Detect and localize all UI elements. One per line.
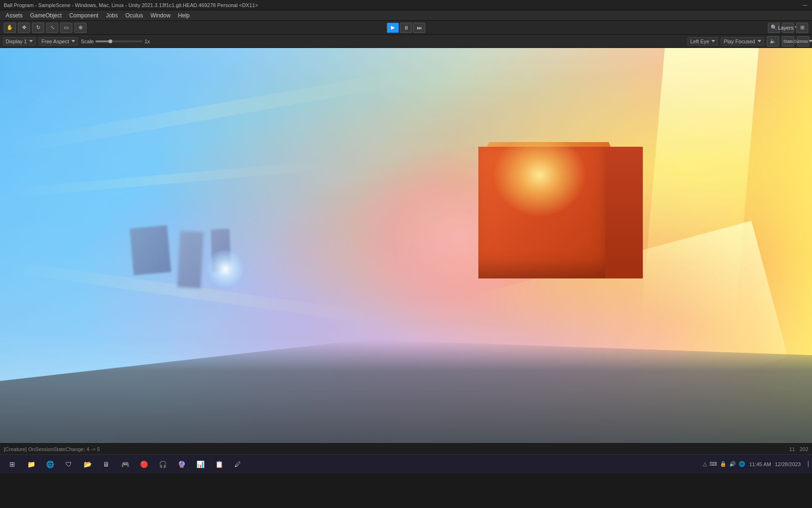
start-button[interactable]: ⊞: [4, 457, 21, 472]
taskbar-browser[interactable]: 🌐: [41, 457, 58, 472]
year-display: 202: [800, 446, 808, 452]
menu-bar: Assets GameObject Component Jobs Oculus …: [0, 10, 812, 21]
aspect-selector[interactable]: Free Aspect: [39, 37, 78, 46]
taskbar-app2[interactable]: 🖊: [229, 457, 246, 472]
toolbar-playback-controls: ▶ ⏸ ⏭: [387, 23, 425, 33]
gizmos-chevron-icon: [809, 40, 812, 42]
menu-gameobject[interactable]: GameObject: [26, 11, 65, 20]
status-right: 11 202: [789, 446, 808, 452]
taskbar-folder[interactable]: 📂: [79, 457, 96, 472]
rotate-tool-button[interactable]: ↻: [32, 23, 44, 33]
tray-icon-4[interactable]: 🔊: [729, 461, 736, 467]
menu-window[interactable]: Window: [147, 11, 174, 20]
cube-right-face: [605, 147, 643, 278]
toolbar-right-tools: 🔍 Layers ⊞: [768, 23, 808, 33]
status-bar: [Creature] OnSessionStateChange: 4 -> 5 …: [0, 443, 812, 454]
scale-handle[interactable]: [109, 40, 112, 43]
menu-jobs[interactable]: Jobs: [102, 11, 121, 20]
taskbar-system-tray: △ ⌨ 🔒 🔊 🌐 11:45 AM 12/28/2023 ▕: [703, 461, 808, 467]
taskbar: ⊞ 📁 🌐 🛡 📂 🖥 🎮 🔴 🎧 🔮 📊 📋 🖊 △ ⌨ 🔒 🔊 🌐 11:4…: [0, 454, 812, 473]
game-toolbar-right: Left Eye Play Focused 🔈 Stats Gizmos: [687, 36, 809, 47]
menu-help[interactable]: Help: [174, 11, 194, 20]
date: 12/28/2023: [775, 461, 801, 467]
window-title: Ball Program - SampleScene - Windows, Ma…: [4, 2, 802, 8]
play-focused-chevron-icon: [757, 40, 761, 42]
hand-tool-button[interactable]: ✋: [4, 23, 16, 33]
menu-assets[interactable]: Assets: [2, 11, 26, 20]
scale-tool-button[interactable]: ⤡: [46, 23, 58, 33]
play-button[interactable]: ▶: [387, 23, 399, 33]
step-button[interactable]: ⏭: [413, 23, 425, 33]
taskbar-game2[interactable]: 🔴: [135, 457, 152, 472]
play-focused-button[interactable]: Play Focused: [721, 37, 764, 46]
main-toolbar: ✋ ✥ ↻ ⤡ ▭ ⊕ ▶ ⏸ ⏭ 🔍 Layers ⊞: [0, 21, 812, 35]
taskbar-app[interactable]: 📋: [211, 457, 227, 472]
taskbar-files[interactable]: 📁: [23, 457, 39, 472]
pause-button[interactable]: ⏸: [400, 23, 412, 33]
menu-oculus[interactable]: Oculus: [122, 11, 147, 20]
glow-orb: [207, 250, 244, 288]
taskbar-headset[interactable]: 🎧: [154, 457, 171, 472]
fps-display: 11: [789, 446, 795, 452]
small-block-2: [177, 231, 203, 288]
display-selector[interactable]: Display 1: [3, 37, 36, 46]
scale-control[interactable]: Scale 1x: [81, 39, 150, 44]
move-tool-button[interactable]: ✥: [18, 23, 30, 33]
gizmos-button[interactable]: Gizmos: [797, 36, 809, 47]
eye-chevron-icon: [711, 40, 715, 42]
left-eye-selector[interactable]: Left Eye: [687, 37, 718, 46]
aspect-chevron-icon: [71, 40, 75, 42]
toolbar-left-tools: ✋ ✥ ↻ ⤡ ▭ ⊕: [4, 23, 86, 33]
game-toolbar: Display 1 Free Aspect Scale 1x Left Eye …: [0, 35, 812, 48]
scale-fill: [95, 40, 109, 42]
tray-icon-1[interactable]: △: [703, 461, 707, 467]
cube-highlight: [492, 133, 586, 217]
stats-button[interactable]: Stats: [782, 36, 794, 47]
menu-component[interactable]: Component: [65, 11, 102, 20]
system-tray-icons: △ ⌨ 🔒 🔊 🌐: [703, 461, 745, 467]
orange-cube: [464, 109, 662, 307]
minimize-button[interactable]: —: [802, 2, 808, 8]
small-block-1: [130, 225, 171, 276]
layers-button[interactable]: Layers: [782, 23, 794, 33]
show-desktop[interactable]: ▕: [804, 461, 808, 467]
game-viewport[interactable]: [0, 48, 812, 443]
rect-tool-button[interactable]: ▭: [60, 23, 72, 33]
title-bar: Ball Program - SampleScene - Windows, Ma…: [0, 0, 812, 10]
taskbar-monitor[interactable]: 🖥: [98, 457, 115, 472]
transform-tool-button[interactable]: ⊕: [74, 23, 86, 33]
tray-icon-3[interactable]: 🔒: [720, 461, 726, 467]
clock: 11:45 AM: [749, 461, 771, 467]
scale-track[interactable]: [95, 40, 142, 42]
tray-icon-5[interactable]: 🌐: [739, 461, 745, 467]
status-message: [Creature] OnSessionStateChange: 4 -> 5: [4, 446, 100, 452]
display-chevron-icon: [29, 40, 33, 42]
taskbar-unity[interactable]: 🔮: [173, 457, 190, 472]
taskbar-vs[interactable]: 📊: [192, 457, 209, 472]
layers-label: Layers: [778, 25, 793, 31]
window-controls[interactable]: —: [802, 2, 808, 8]
tray-icon-2[interactable]: ⌨: [710, 461, 717, 467]
taskbar-game1[interactable]: 🎮: [117, 457, 133, 472]
mute-button[interactable]: 🔈: [767, 36, 779, 47]
layout-button[interactable]: ⊞: [796, 23, 808, 33]
taskbar-shield[interactable]: 🛡: [60, 457, 77, 472]
